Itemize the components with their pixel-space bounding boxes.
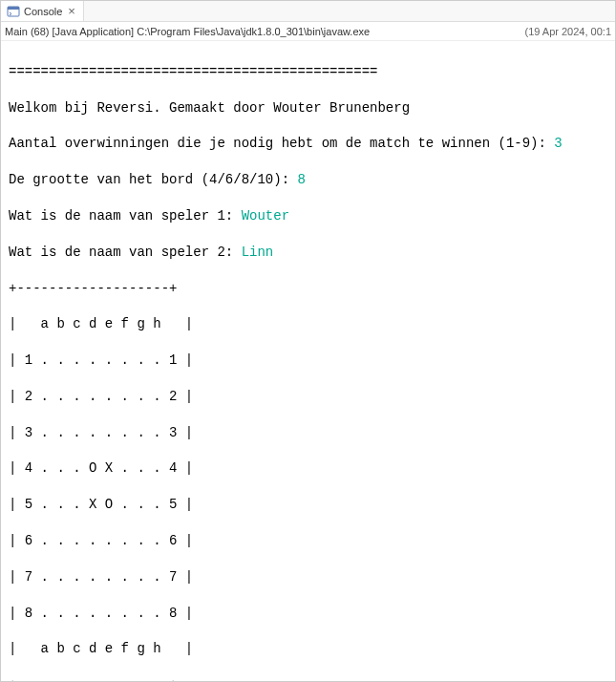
board-row: | 6 . . . . . . . . 6 | [9, 532, 607, 550]
input-player1: Wouter [242, 208, 289, 224]
prompt-size: De grootte van het bord (4/6/8/10): 8 [9, 171, 607, 189]
board-row: | a b c d e f g h | [9, 315, 607, 333]
launch-description: Main (68) [Java Application] C:\Program … [5, 26, 370, 37]
board-row: | 1 . . . . . . . . 1 | [9, 352, 607, 370]
prompt-wins: Aantal overwinningen die je nodig hebt o… [9, 135, 607, 153]
board-row: +-------------------+ [9, 280, 607, 298]
board-row: | 5 . . . X O . . . 5 | [9, 496, 607, 514]
launch-info-bar: Main (68) [Java Application] C:\Program … [1, 22, 615, 41]
launch-timestamp: (19 Apr 2024, 00:1 [524, 26, 611, 37]
tab-title: Console [24, 6, 62, 17]
prompt-player1: Wat is de naam van speler 1: Wouter [9, 207, 607, 225]
input-wins: 3 [554, 136, 562, 151]
prompt-player2: Wat is de naam van speler 2: Linn [9, 244, 607, 262]
welcome-line: Welkom bij Reversi. Gemaakt door Wouter … [9, 99, 607, 117]
board-row: | 4 . . . O X . . . 4 | [9, 459, 607, 478]
console-output[interactable]: ========================================… [1, 41, 615, 682]
board-row: | a b c d e f g h | [9, 640, 607, 658]
tab-bar: Console × [1, 1, 615, 22]
board-row: | 8 . . . . . . . . 8 | [9, 605, 607, 623]
input-size: 8 [297, 172, 305, 187]
board-row: | 3 . . . . . . . . 3 | [9, 424, 607, 442]
input-player2: Linn [242, 245, 274, 260]
console-icon [7, 5, 20, 18]
board-row: | 2 . . . . . . . . 2 | [9, 388, 607, 406]
separator-line: ========================================… [9, 63, 607, 81]
close-icon[interactable]: × [66, 5, 77, 17]
board-row: | 7 . . . . . . . . 7 | [9, 568, 607, 586]
console-tab[interactable]: Console × [1, 1, 84, 21]
svg-rect-1 [8, 7, 19, 10]
board-row: +-------------------+ [9, 676, 607, 682]
